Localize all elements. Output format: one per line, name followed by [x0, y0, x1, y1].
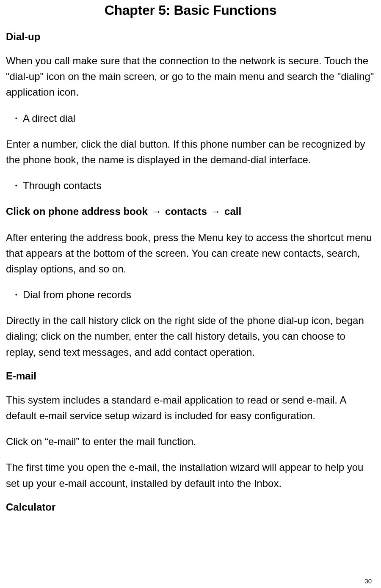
bullet-from-records: ・Dial from phone records [6, 287, 375, 302]
arrow-icon: → [210, 203, 221, 219]
bullet-text: Dial from phone records [23, 289, 131, 300]
paragraph-email-3: The first time you open the e-mail, the … [6, 459, 375, 491]
bullet-text: A direct dial [23, 113, 75, 124]
paragraph-records: Directly in the call history click on th… [6, 313, 375, 360]
arrow-icon: → [150, 203, 162, 219]
paragraph-email-1: This system includes a standard e-mail a… [6, 392, 375, 423]
bullet-text: Through contacts [23, 180, 101, 191]
bullet-icon: ・ [11, 287, 23, 302]
section-heading-dialup: Dial-up [6, 31, 375, 43]
paragraph-dialup-intro: When you call make sure that the connect… [6, 53, 375, 100]
bullet-direct-dial: ・A direct dial [6, 110, 375, 126]
nav-path: Click on phone address book → contacts →… [6, 203, 375, 219]
chapter-title: Chapter 5: Basic Functions [6, 3, 375, 18]
document-page: Chapter 5: Basic Functions Dial-up When … [0, 0, 381, 588]
paragraph-direct-dial: Enter a number, click the dial button. I… [6, 136, 375, 168]
page-number: 30 [364, 577, 372, 585]
paragraph-email-2: Click on “e-mail” to enter the mail func… [6, 434, 375, 449]
section-heading-calculator: Calculator [6, 501, 375, 513]
nav-path-contacts: contacts [162, 206, 210, 217]
nav-path-prefix: Click on phone address book [6, 206, 150, 217]
bullet-icon: ・ [11, 110, 23, 126]
nav-path-call: call [221, 206, 241, 217]
bullet-icon: ・ [11, 178, 23, 193]
bullet-through-contacts: ・Through contacts [6, 178, 375, 193]
paragraph-after-addressbook: After entering the address book, press t… [6, 230, 375, 277]
section-heading-email: E-mail [6, 370, 375, 382]
